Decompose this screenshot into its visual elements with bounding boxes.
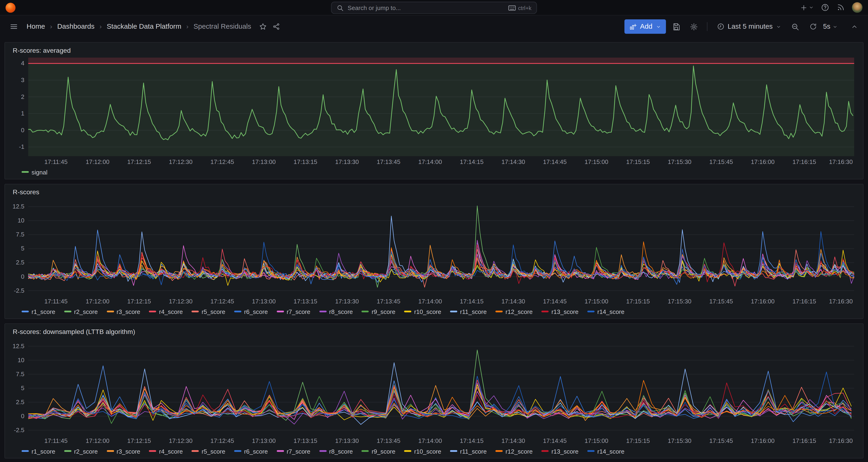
svg-text:17:15:45: 17:15:45: [709, 437, 733, 444]
svg-text:7.5: 7.5: [16, 231, 24, 238]
mega-menu-icon[interactable]: [6, 19, 21, 34]
svg-text:5: 5: [21, 245, 25, 252]
help-icon[interactable]: [821, 3, 829, 12]
legend-item-r12_score[interactable]: r12_score: [496, 307, 533, 316]
legend-label: r11_score: [460, 448, 487, 454]
news-icon[interactable]: [837, 3, 845, 12]
panel-title[interactable]: R-scores: averaged: [9, 45, 859, 56]
legend-label: r14_score: [597, 308, 624, 315]
legend-item-r11_score[interactable]: r11_score: [450, 307, 487, 316]
legend-label: signal: [31, 168, 47, 175]
legend-swatch: [587, 450, 594, 452]
legend-item-r7_score[interactable]: r7_score: [277, 307, 310, 316]
svg-text:17:16:30: 17:16:30: [829, 158, 853, 165]
legend-item-r1_score[interactable]: r1_score: [22, 307, 55, 316]
svg-text:1: 1: [21, 110, 25, 117]
refresh-icon[interactable]: [806, 19, 820, 34]
breadcrumb-dashboards[interactable]: Dashboards: [57, 23, 94, 30]
legend-item-r4_score[interactable]: r4_score: [149, 447, 183, 455]
breadcrumb-home[interactable]: Home: [27, 23, 45, 30]
save-dashboard-icon[interactable]: [669, 19, 683, 34]
breadcrumb-folder[interactable]: Stackable Data Platform: [107, 23, 181, 30]
legend-item-r13_score[interactable]: r13_score: [541, 447, 579, 455]
svg-text:17:12:15: 17:12:15: [127, 298, 151, 305]
refresh-interval-picker[interactable]: 5s: [820, 19, 840, 34]
svg-text:17:15:45: 17:15:45: [709, 298, 733, 305]
panel-title[interactable]: R-scores: downsampled (LTTB algorithm): [9, 327, 859, 337]
downsampled-time-series-chart[interactable]: -2.502.557.51012.517:11:4517:12:0017:12:…: [9, 337, 859, 445]
svg-text:17:12:00: 17:12:00: [86, 298, 110, 305]
legend-swatch: [541, 311, 549, 312]
legend-label: r6_score: [244, 308, 268, 315]
legend-swatch: [450, 311, 458, 312]
user-avatar[interactable]: [852, 2, 862, 12]
legend-label: r8_score: [329, 308, 353, 315]
legend-item-signal[interactable]: signal: [22, 168, 48, 176]
svg-text:17:13:15: 17:13:15: [293, 298, 317, 305]
legend-item-r14_score[interactable]: r14_score: [587, 447, 624, 455]
legend-item-r9_score[interactable]: r9_score: [362, 307, 395, 316]
svg-text:12.5: 12.5: [12, 343, 25, 349]
rscores-time-series-chart[interactable]: -2.502.557.51012.517:11:4517:12:0017:12:…: [9, 197, 859, 306]
legend-label: r11_score: [460, 308, 487, 315]
legend-item-r10_score[interactable]: r10_score: [404, 447, 441, 455]
new-menu-button[interactable]: [800, 3, 814, 11]
svg-text:2.5: 2.5: [16, 399, 24, 406]
legend-item-r5_score[interactable]: r5_score: [192, 447, 225, 455]
legend-label: r7_score: [286, 448, 310, 454]
legend-item-r9_score[interactable]: r9_score: [362, 447, 395, 455]
legend-item-r8_score[interactable]: r8_score: [319, 307, 353, 316]
legend-item-r6_score[interactable]: r6_score: [234, 447, 268, 455]
legend-label: r9_score: [372, 308, 395, 315]
legend-label: r10_score: [414, 308, 441, 315]
svg-text:17:14:00: 17:14:00: [418, 298, 442, 305]
star-icon[interactable]: [259, 23, 267, 30]
svg-text:17:13:00: 17:13:00: [252, 437, 276, 444]
svg-text:-2.5: -2.5: [14, 287, 24, 294]
search-shortcut: ctrl+k: [508, 5, 531, 11]
legend-label: r9_score: [372, 448, 395, 454]
svg-text:2.5: 2.5: [16, 259, 24, 266]
zoom-out-icon[interactable]: [788, 19, 803, 34]
legend-label: r2_score: [74, 308, 98, 315]
svg-text:17:15:00: 17:15:00: [585, 158, 608, 165]
averaged-time-series-chart[interactable]: -10123417:11:4517:12:0017:12:1517:12:301…: [9, 55, 859, 166]
keyboard-icon: [508, 5, 516, 11]
legend-item-r3_score[interactable]: r3_score: [106, 307, 140, 316]
legend-item-r1_score[interactable]: r1_score: [22, 447, 55, 455]
legend-item-r3_score[interactable]: r3_score: [106, 447, 140, 455]
legend-label: r4_score: [159, 448, 183, 454]
legend-item-r6_score[interactable]: r6_score: [234, 307, 268, 316]
legend-item-r8_score[interactable]: r8_score: [319, 447, 353, 455]
legend-item-r12_score[interactable]: r12_score: [496, 447, 533, 455]
legend-item-r13_score[interactable]: r13_score: [541, 307, 579, 316]
legend-item-r2_score[interactable]: r2_score: [64, 307, 98, 316]
legend-swatch: [496, 450, 503, 452]
chevron-up-icon[interactable]: [847, 19, 862, 34]
panel-title[interactable]: R-scores: [9, 187, 859, 197]
legend-item-r10_score[interactable]: r10_score: [404, 307, 441, 316]
legend-swatch: [106, 450, 114, 452]
svg-text:17:14:00: 17:14:00: [418, 437, 442, 444]
time-range-picker[interactable]: Last 5 minutes: [713, 19, 785, 34]
legend-label: r14_score: [597, 448, 624, 454]
legend-item-r5_score[interactable]: r5_score: [192, 307, 225, 316]
svg-text:5: 5: [21, 384, 25, 392]
legend-swatch: [192, 450, 199, 452]
grafana-logo[interactable]: [6, 3, 16, 12]
legend-swatch: [450, 450, 458, 452]
legend-item-r4_score[interactable]: r4_score: [149, 307, 183, 316]
add-button[interactable]: Add: [625, 19, 665, 34]
share-icon[interactable]: [272, 23, 280, 30]
legend-label: r12_score: [505, 308, 532, 315]
chevron-down-icon: [776, 24, 781, 29]
legend-item-r14_score[interactable]: r14_score: [587, 307, 624, 316]
dashboard-settings-icon[interactable]: [687, 19, 701, 34]
legend-swatch: [64, 450, 71, 452]
search-input[interactable]: Search or jump to... ctrl+k: [331, 2, 537, 14]
svg-text:17:12:15: 17:12:15: [127, 158, 151, 165]
legend-item-r7_score[interactable]: r7_score: [277, 447, 310, 455]
legend-item-r2_score[interactable]: r2_score: [64, 447, 98, 455]
legend-item-r11_score[interactable]: r11_score: [450, 447, 487, 455]
legend-label: r5_score: [202, 448, 225, 454]
